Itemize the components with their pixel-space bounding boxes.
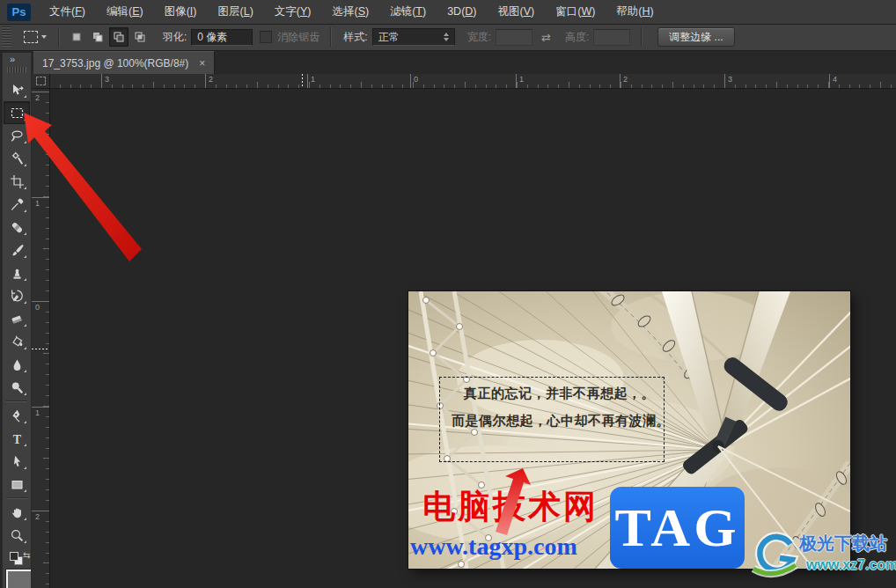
menu-item[interactable]: 3D(D) (437, 0, 487, 24)
swap-dimensions-icon[interactable]: ⇄ (541, 31, 551, 44)
separator (330, 27, 332, 47)
tool-preset-picker[interactable] (18, 29, 52, 45)
brush-tool-icon (10, 243, 25, 258)
eyedropper-tool[interactable] (4, 193, 30, 216)
menu-item[interactable]: 文字(Y) (264, 0, 322, 24)
marquee-selection[interactable]: 真正的忘记，并非不再想起，。 而是偶尔想起，心中却不再有波澜。 (439, 377, 665, 462)
ruler-major-tick (307, 74, 308, 88)
crop-tool[interactable] (4, 170, 30, 193)
menu-item[interactable]: 文件(F) (39, 0, 96, 24)
color-swatches (3, 569, 31, 588)
cursor-position-marker (302, 74, 303, 88)
ruler-number: 1 (35, 408, 40, 417)
menu-item[interactable]: 图像(I) (154, 0, 208, 24)
document-image[interactable]: 真正的忘记，并非不再想起，。 而是偶尔想起，心中却不再有波澜。 电脑技术网 ww… (408, 291, 850, 569)
ruler-number: 3 (728, 75, 732, 84)
width-input[interactable] (496, 29, 532, 46)
photoshop-logo: Ps (7, 4, 31, 21)
vertical-ruler[interactable]: 21012 (32, 88, 50, 588)
foreground-color-swatch[interactable] (6, 570, 32, 588)
ruler-number: 2 (623, 75, 628, 84)
menu-item[interactable]: 图层(L) (208, 0, 264, 24)
menu-item[interactable]: 滤镜(T) (379, 0, 437, 24)
dodge-tool-icon (10, 380, 25, 395)
spot-healing-brush-tool[interactable] (4, 216, 30, 239)
red-arrow-annotation (483, 463, 536, 542)
document-tab-bar: 17_3753.jpg @ 100%(RGB/8#) × (32, 51, 896, 74)
swap-colors-icon[interactable]: ⇆ (23, 550, 30, 560)
quick-selection-tool-icon (10, 151, 25, 166)
tool-group-divider (6, 497, 27, 499)
menu-item[interactable]: 选择(S) (321, 0, 379, 24)
intersect-with-selection-button[interactable] (130, 27, 150, 47)
ruler-major-tick (32, 301, 49, 302)
rectangular-marquee-tool[interactable] (4, 101, 30, 124)
path-selection-tool[interactable] (4, 450, 30, 473)
separator (641, 27, 643, 47)
options-bar-grip[interactable] (2, 26, 11, 48)
xz7-logo-icon (750, 530, 799, 581)
close-icon[interactable]: × (199, 58, 205, 69)
add-to-selection-button[interactable] (88, 27, 107, 47)
type-tool[interactable]: T (4, 427, 30, 450)
blur-tool-icon (10, 357, 25, 372)
height-input[interactable] (593, 29, 630, 46)
zoom-tool[interactable] (4, 524, 30, 547)
blur-tool[interactable] (4, 353, 30, 376)
default-colors-control[interactable]: ⇆ (3, 549, 31, 569)
ruler-major-tick (32, 197, 49, 198)
style-select[interactable]: 正常 (372, 28, 455, 46)
menu-item[interactable]: 视图(V) (488, 0, 546, 24)
panel-grip[interactable] (7, 67, 26, 73)
ruler-origin-icon (36, 77, 46, 85)
spinner-arrows-icon (444, 33, 449, 41)
marquee-preset-icon (24, 31, 38, 43)
tag-badge: TAG (610, 487, 745, 569)
ruler-origin-corner[interactable] (32, 74, 50, 89)
document-tab[interactable]: 17_3753.jpg @ 100%(RGB/8#) × (33, 51, 215, 74)
eraser-tool[interactable] (4, 307, 30, 330)
antialias-label: 消除锯齿 (277, 30, 319, 45)
dodge-tool[interactable] (4, 376, 30, 399)
width-label: 宽度: (467, 30, 491, 45)
ruler-number: 0 (35, 303, 40, 312)
pen-tool[interactable] (4, 404, 30, 427)
menu-item[interactable]: 帮助(H) (606, 0, 664, 24)
svg-text:T: T (12, 432, 21, 445)
cursor-position-marker (32, 349, 49, 349)
subtract-from-selection-button[interactable] (109, 27, 129, 47)
clone-stamp-tool[interactable] (4, 261, 30, 284)
menu-item[interactable]: 窗口(W) (545, 0, 606, 24)
history-brush-tool-icon (10, 289, 25, 304)
ruler-major-tick (516, 74, 517, 88)
paint-bucket-tool[interactable] (4, 330, 30, 353)
lasso-tool[interactable] (4, 124, 30, 147)
move-tool[interactable] (4, 78, 30, 101)
hand-tool[interactable] (4, 501, 30, 524)
antialias-checkbox[interactable] (260, 31, 272, 43)
collapse-panel-button[interactable]: » (3, 53, 31, 66)
default-foreground-swatch-icon (10, 552, 18, 561)
eraser-tool-icon (10, 312, 25, 327)
ruler-major-tick (410, 74, 411, 88)
separator (58, 27, 60, 47)
history-brush-tool[interactable] (4, 284, 30, 307)
rectangle-tool[interactable] (4, 473, 30, 496)
refine-edge-button[interactable]: 调整边缘 ... (657, 27, 734, 47)
ruler-number: 2 (209, 75, 213, 84)
horizontal-ruler[interactable]: 32101234 (49, 74, 896, 89)
brush-tool[interactable] (4, 239, 30, 261)
ruler-number: 2 (35, 512, 40, 521)
menu-item[interactable]: 编辑(E) (96, 0, 154, 24)
selection-text-line2: 而是偶尔想起，心中却不再有波澜。 (452, 413, 670, 430)
tools-list: T (3, 78, 31, 547)
feather-value: 0 像素 (197, 30, 227, 45)
new-selection-button[interactable] (67, 27, 86, 47)
quick-selection-tool[interactable] (4, 147, 30, 170)
feather-input[interactable]: 0 像素 (191, 29, 253, 46)
chevron-down-icon (41, 35, 47, 39)
paint-bucket-tool-icon (10, 334, 25, 349)
eyedropper-tool-icon (10, 197, 25, 212)
height-label: 高度: (565, 30, 589, 45)
ruler-number: 1 (311, 75, 315, 84)
